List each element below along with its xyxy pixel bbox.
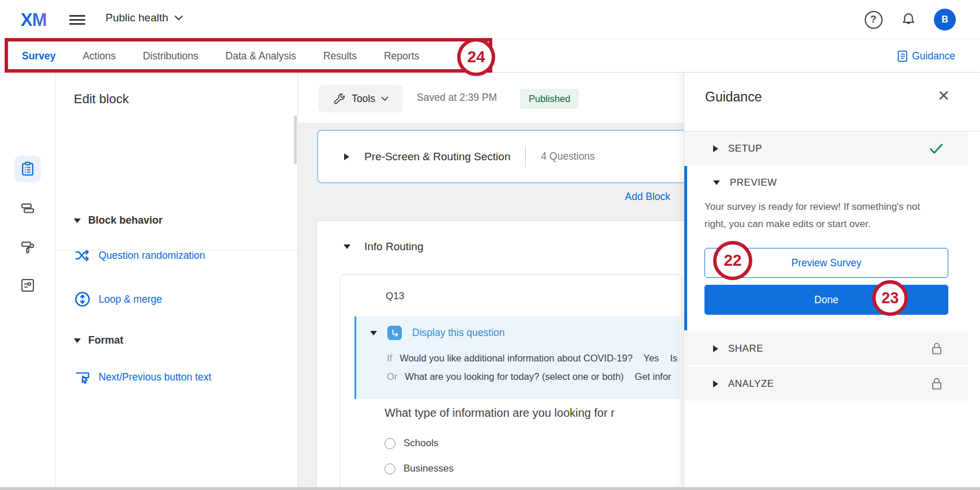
project-name: Public health (105, 12, 168, 24)
help-icon: ? (865, 11, 883, 29)
tab-actions[interactable]: Actions (82, 39, 115, 73)
tab-data-analysis[interactable]: Data & Analysis (225, 39, 296, 73)
preview-survey-button[interactable]: Preview Survey (704, 248, 948, 278)
wrench-icon (333, 92, 346, 105)
check-icon (929, 142, 944, 155)
collapse-triangle-icon (74, 218, 81, 223)
expand-triangle-icon[interactable] (344, 153, 349, 160)
display-logic-label: Display this question (412, 327, 505, 339)
qualtrics-survey-builder: XM Public health ? B Survey Actions Dist… (0, 0, 980, 490)
saved-status: Saved at 2:39 PM (417, 73, 497, 123)
canvas-toolbar: Tools Saved at 2:39 PM Published (298, 73, 684, 123)
main-nav-tabbar: Survey Actions Distributions Data & Anal… (0, 39, 980, 73)
paint-roller-icon (20, 239, 36, 255)
main-nav-tabs: Survey Actions Distributions Data & Anal… (22, 39, 419, 73)
collapse-triangle-icon (370, 331, 377, 336)
blocks-icon (20, 200, 36, 216)
answer-option[interactable]: Schools (385, 438, 438, 449)
lock-icon (930, 341, 944, 356)
condition-if-row: If Would you like additional information… (387, 353, 677, 364)
user-avatar[interactable]: B (934, 9, 956, 31)
top-bar: XM Public health ? B (0, 0, 980, 39)
condition-or-row: Or What are you looking for today? (sele… (387, 371, 671, 382)
collapse-triangle-icon (74, 338, 81, 343)
bell-icon (900, 12, 917, 28)
section-title: Pre-Screen & Routing Section (364, 150, 510, 163)
guidance-title: Guidance (705, 89, 762, 105)
survey-canvas: Tools Saved at 2:39 PM Published Pre-Scr… (298, 73, 684, 490)
guidance-section-setup[interactable]: SETUP (684, 131, 968, 165)
section-block-behavior[interactable]: Block behavior (74, 214, 163, 227)
display-logic-icon (387, 326, 402, 340)
rail-survey-builder-button[interactable] (14, 156, 41, 182)
loop-icon (74, 291, 91, 308)
next-previous-button-text-link[interactable]: Next/Previous button text (74, 369, 212, 385)
rail-survey-options-button[interactable] (14, 272, 41, 299)
tab-results[interactable]: Results (323, 39, 357, 73)
collapse-triangle-icon (713, 180, 720, 185)
button-cursor-icon (74, 369, 91, 385)
section-format[interactable]: Format (74, 334, 123, 346)
radio-icon[interactable] (385, 463, 395, 474)
lock-icon (930, 376, 944, 391)
clipboard-list-icon (20, 161, 36, 177)
question-text: What type of information are you looking… (385, 406, 615, 420)
tab-reports[interactable]: Reports (384, 39, 419, 73)
question-card-q13[interactable]: Q13 Display this question If Would you l… (340, 274, 682, 490)
guidance-toggle-link[interactable]: Guidance (897, 39, 955, 73)
display-logic-box[interactable]: Display this question If Would you like … (355, 316, 680, 399)
guidance-section-analyze[interactable]: ANALYZE (684, 367, 968, 401)
guidance-panel: Guidance ✕ SETUP PREVIEW Your survey is … (684, 73, 980, 490)
guidance-doc-icon (897, 50, 908, 62)
add-block-link[interactable]: Add Block (625, 191, 670, 203)
help-button[interactable]: ? (863, 9, 884, 30)
window-bottom-edge (0, 487, 980, 490)
tab-survey[interactable]: Survey (22, 39, 55, 73)
preview-section-header[interactable]: PREVIEW (713, 177, 777, 189)
sliders-icon (20, 277, 36, 293)
expand-triangle-icon (713, 345, 718, 352)
panel-scrollbar[interactable] (294, 115, 297, 164)
guidance-section-preview: PREVIEW Your survey is ready for review!… (684, 166, 968, 330)
edit-block-panel: Edit block Block behavior Question rando… (56, 73, 298, 490)
pre-screen-section-card[interactable]: Pre-Screen & Routing Section 4 Questions (317, 130, 684, 183)
info-routing-block: Info Routing Q13 Display this question I… (316, 220, 684, 490)
guidance-section-share[interactable]: SHARE (684, 331, 968, 365)
project-switcher[interactable]: Public health (105, 12, 183, 24)
close-icon[interactable]: ✕ (933, 85, 954, 106)
collapse-triangle-icon[interactable] (344, 244, 350, 249)
radio-icon[interactable] (385, 438, 395, 449)
divider (525, 146, 526, 168)
tools-button[interactable]: Tools (318, 85, 403, 112)
panel-divider (56, 250, 297, 250)
published-badge: Published (520, 89, 579, 109)
chevron-down-icon (174, 15, 183, 21)
chevron-down-icon (381, 96, 389, 101)
question-id: Q13 (386, 291, 404, 302)
block-title: Info Routing (364, 240, 423, 253)
rail-look-feel-button[interactable] (14, 234, 41, 261)
done-button[interactable]: Done (704, 285, 948, 315)
tab-distributions[interactable]: Distributions (143, 39, 198, 73)
rail-blocks-button[interactable] (14, 195, 41, 221)
hamburger-menu-icon[interactable] (69, 13, 85, 27)
expand-triangle-icon (713, 145, 718, 152)
answer-option[interactable]: Businesses (385, 463, 454, 474)
notifications-button[interactable] (898, 9, 919, 30)
loop-merge-link[interactable]: Loop & merge (74, 291, 162, 308)
question-count: 4 Questions (541, 150, 594, 163)
expand-triangle-icon (713, 380, 718, 387)
edit-block-title: Edit block (74, 92, 129, 107)
preview-description: Your survey is ready for review! If some… (704, 198, 942, 233)
xm-logo[interactable]: XM (21, 10, 47, 31)
display-logic-header[interactable]: Display this question (370, 326, 505, 340)
builder-icon-rail (0, 73, 56, 490)
